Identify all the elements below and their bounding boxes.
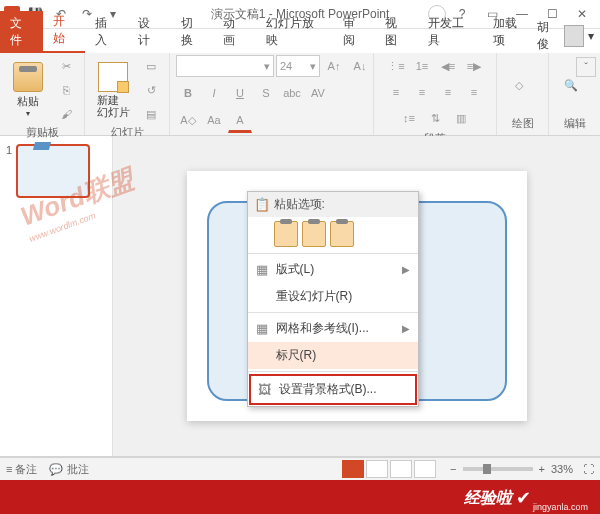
group-clipboard: 粘贴 ▾ ✂ ⎘ 🖌 剪贴板 [0, 53, 85, 135]
underline-button[interactable]: U [228, 82, 252, 104]
check-icon: ✔ [516, 487, 531, 509]
paste-option-2[interactable] [302, 221, 326, 247]
strike-button[interactable]: S [254, 82, 278, 104]
shapes-button[interactable]: ◇ [503, 65, 535, 107]
font-color[interactable]: A [228, 109, 252, 133]
notes-button[interactable]: 备注 [15, 463, 37, 475]
section-button[interactable]: ▤ [139, 103, 163, 125]
editing-label: 编辑 [555, 116, 594, 133]
indent-inc[interactable]: ≡▶ [462, 55, 486, 77]
zoom-level[interactable]: 33% [551, 463, 573, 475]
numbering[interactable]: 1≡ [410, 55, 434, 77]
slide-thumbnail-1[interactable] [16, 144, 90, 198]
layout-button[interactable]: ▭ [139, 55, 163, 77]
reset-button[interactable]: ↺ [139, 79, 163, 101]
line-spacing[interactable]: ↕≡ [397, 107, 421, 129]
paste-button[interactable]: 粘贴 ▾ [6, 60, 50, 120]
collapse-ribbon[interactable]: ˇ [576, 57, 596, 77]
status-bar: ≡ 备注 💬 批注 − + 33% ⛶ [0, 457, 600, 480]
view-reading[interactable] [390, 460, 412, 478]
view-normal[interactable] [342, 460, 364, 478]
paste-icon [13, 62, 43, 92]
ctx-layout[interactable]: ▦ 版式(L)▶ [248, 256, 418, 283]
group-drawing: ◇ 绘图 [497, 53, 549, 135]
format-painter[interactable]: 🖌 [54, 103, 78, 125]
paste-option-3[interactable] [330, 221, 354, 247]
copy-button[interactable]: ⎘ [54, 79, 78, 101]
tab-addins[interactable]: 加载项 [483, 11, 537, 53]
group-font: ▾ 24▾ A↑ A↓ B I U S abc AV A◇ Aa A 字体 [170, 53, 374, 135]
context-menu: 📋 粘贴选项: ▦ 版式(L)▶ 重设幻灯片(R) [247, 191, 419, 407]
font-family-select[interactable]: ▾ [176, 55, 274, 77]
font-size-select[interactable]: 24▾ [276, 55, 320, 77]
ribbon-tabs: 文件 开始 插入 设计 切换 动画 幻灯片放映 审阅 视图 开发工具 加载项 胡… [0, 29, 600, 53]
tab-review[interactable]: 审阅 [333, 11, 376, 53]
thumbnail-panel: 1 [0, 136, 113, 456]
view-slideshow[interactable] [414, 460, 436, 478]
grid-icon: ▦ [254, 321, 270, 337]
align-right[interactable]: ≡ [436, 81, 460, 103]
shrink-font[interactable]: A↓ [348, 55, 372, 77]
user-menu-arrow[interactable]: ▾ [588, 29, 594, 43]
ctx-paste-options [248, 217, 418, 251]
current-slide[interactable]: 📋 粘贴选项: ▦ 版式(L)▶ 重设幻灯片(R) [187, 171, 527, 421]
slide-canvas[interactable]: 📋 粘贴选项: ▦ 版式(L)▶ 重设幻灯片(R) [113, 136, 600, 456]
format-bg-icon: 🖼 [257, 382, 273, 398]
columns[interactable]: ▥ [449, 107, 473, 129]
zoom-out[interactable]: − [450, 463, 456, 475]
user-avatar[interactable] [564, 25, 584, 47]
tab-developer[interactable]: 开发工具 [418, 11, 483, 53]
paste-option-1[interactable] [274, 221, 298, 247]
zoom-slider[interactable] [463, 467, 533, 471]
tab-transitions[interactable]: 切换 [171, 11, 214, 53]
align-left[interactable]: ≡ [384, 81, 408, 103]
ctx-grid-guides[interactable]: ▦ 网格和参考线(I)...▶ [248, 315, 418, 342]
ctx-reset-slide[interactable]: 重设幻灯片(R) [248, 283, 418, 310]
footer-url: jingyanla.com [533, 502, 588, 512]
grow-font[interactable]: A↑ [322, 55, 346, 77]
ribbon: 粘贴 ▾ ✂ ⎘ 🖌 剪贴板 新建 幻灯片 ▭ ↺ ▤ 幻灯片 [0, 53, 600, 136]
fit-window[interactable]: ⛶ [583, 463, 594, 475]
footer-brand-bar: 经验啦 ✔ jingyanla.com [0, 480, 600, 514]
tab-animations[interactable]: 动画 [213, 11, 256, 53]
footer-brand: 经验啦 [464, 488, 512, 509]
align-center[interactable]: ≡ [410, 81, 434, 103]
clear-format[interactable]: A◇ [176, 109, 200, 131]
ctx-format-background[interactable]: 🖼 设置背景格式(B)... [249, 374, 417, 405]
tab-slideshow[interactable]: 幻灯片放映 [256, 11, 333, 53]
ctx-ruler[interactable]: 标尺(R) [248, 342, 418, 369]
group-paragraph: ⋮≡ 1≡ ◀≡ ≡▶ ≡ ≡ ≡ ≡ ↕≡ ⇅ ▥ 段落 [374, 53, 497, 135]
workspace: 1 📋 粘贴选项: ▦ [0, 136, 600, 457]
new-slide-button[interactable]: 新建 幻灯片 [91, 60, 135, 120]
spacing-button[interactable]: AV [306, 82, 330, 104]
clipboard-icon: 📋 [254, 197, 270, 213]
tab-view[interactable]: 视图 [375, 11, 418, 53]
user-name[interactable]: 胡俊 [537, 19, 559, 53]
comments-button[interactable]: 批注 [67, 463, 89, 475]
indent-dec[interactable]: ◀≡ [436, 55, 460, 77]
shadow-button[interactable]: abc [280, 82, 304, 104]
tab-file[interactable]: 文件 [0, 11, 43, 53]
align-justify[interactable]: ≡ [462, 81, 486, 103]
thumb-number: 1 [6, 144, 12, 198]
italic-button[interactable]: I [202, 82, 226, 104]
tab-insert[interactable]: 插入 [85, 11, 128, 53]
tab-home[interactable]: 开始 [43, 9, 86, 53]
text-direction[interactable]: ⇅ [423, 107, 447, 129]
bullets[interactable]: ⋮≡ [384, 55, 408, 77]
change-case[interactable]: Aa [202, 109, 226, 131]
bold-button[interactable]: B [176, 82, 200, 104]
layout-icon: ▦ [254, 262, 270, 278]
clipboard-label: 剪贴板 [6, 125, 78, 142]
zoom-in[interactable]: + [539, 463, 545, 475]
ctx-paste-options-header: 📋 粘贴选项: [248, 192, 418, 217]
drawing-label: 绘图 [503, 116, 542, 133]
view-sorter[interactable] [366, 460, 388, 478]
new-slide-icon [98, 62, 128, 92]
tab-design[interactable]: 设计 [128, 11, 171, 53]
group-slides: 新建 幻灯片 ▭ ↺ ▤ 幻灯片 [85, 53, 170, 135]
cut-button[interactable]: ✂ [54, 55, 78, 77]
